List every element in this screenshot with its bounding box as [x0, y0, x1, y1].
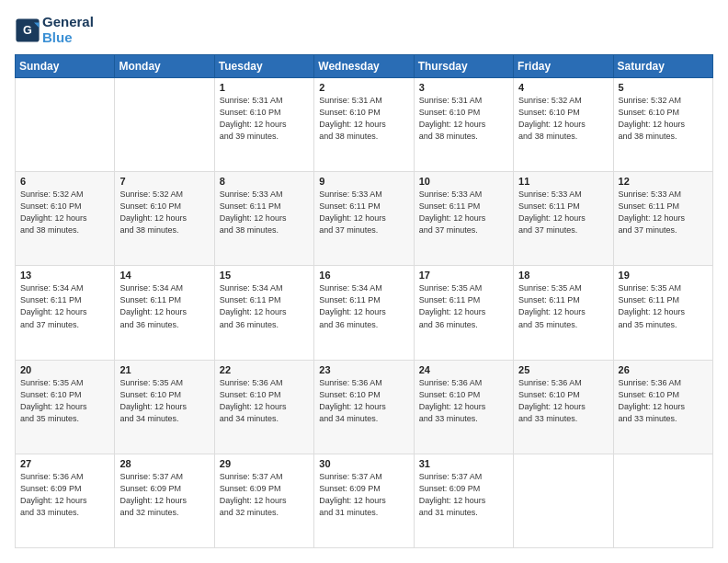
calendar-cell: 1Sunrise: 5:31 AM Sunset: 6:10 PM Daylig… — [214, 78, 313, 172]
calendar-cell — [613, 454, 712, 547]
col-header-sunday: Sunday — [16, 55, 115, 78]
day-number: 14 — [119, 270, 209, 281]
day-info: Sunrise: 5:36 AM Sunset: 6:10 PM Dayligh… — [319, 377, 408, 425]
day-number: 21 — [119, 364, 209, 375]
calendar-cell: 9Sunrise: 5:33 AM Sunset: 6:11 PM Daylig… — [314, 172, 414, 266]
calendar-week-row: 1Sunrise: 5:31 AM Sunset: 6:10 PM Daylig… — [16, 78, 713, 172]
col-header-saturday: Saturday — [613, 55, 712, 78]
day-number: 11 — [518, 176, 608, 187]
day-number: 30 — [319, 458, 408, 469]
calendar-cell: 30Sunrise: 5:37 AM Sunset: 6:09 PM Dayli… — [314, 454, 414, 547]
calendar-cell: 10Sunrise: 5:33 AM Sunset: 6:11 PM Dayli… — [414, 172, 513, 266]
day-info: Sunrise: 5:37 AM Sunset: 6:09 PM Dayligh… — [319, 471, 408, 519]
day-number: 9 — [319, 176, 408, 187]
calendar-cell: 13Sunrise: 5:34 AM Sunset: 6:11 PM Dayli… — [16, 266, 115, 360]
day-info: Sunrise: 5:35 AM Sunset: 6:10 PM Dayligh… — [119, 377, 209, 425]
day-number: 13 — [20, 270, 109, 281]
day-number: 4 — [518, 82, 608, 93]
calendar-cell: 17Sunrise: 5:35 AM Sunset: 6:11 PM Dayli… — [414, 266, 513, 360]
col-header-thursday: Thursday — [414, 55, 513, 78]
day-info: Sunrise: 5:36 AM Sunset: 6:10 PM Dayligh… — [419, 377, 508, 425]
calendar-cell: 16Sunrise: 5:34 AM Sunset: 6:11 PM Dayli… — [314, 266, 414, 360]
day-info: Sunrise: 5:35 AM Sunset: 6:10 PM Dayligh… — [20, 377, 109, 425]
calendar-cell: 11Sunrise: 5:33 AM Sunset: 6:11 PM Dayli… — [514, 172, 613, 266]
svg-text:G: G — [23, 24, 32, 37]
day-info: Sunrise: 5:33 AM Sunset: 6:11 PM Dayligh… — [419, 189, 508, 236]
day-number: 26 — [619, 364, 708, 375]
calendar-cell: 24Sunrise: 5:36 AM Sunset: 6:10 PM Dayli… — [414, 360, 513, 454]
calendar-cell: 5Sunrise: 5:32 AM Sunset: 6:10 PM Daylig… — [613, 78, 712, 172]
calendar-cell: 27Sunrise: 5:36 AM Sunset: 6:09 PM Dayli… — [16, 454, 115, 547]
col-header-friday: Friday — [514, 55, 613, 78]
logo-text: General Blue — [42, 15, 94, 45]
calendar-cell: 2Sunrise: 5:31 AM Sunset: 6:10 PM Daylig… — [314, 78, 414, 172]
day-number: 20 — [20, 364, 109, 375]
day-number: 27 — [20, 458, 109, 469]
day-info: Sunrise: 5:34 AM Sunset: 6:11 PM Dayligh… — [220, 282, 309, 330]
day-number: 5 — [619, 82, 708, 93]
calendar-cell: 20Sunrise: 5:35 AM Sunset: 6:10 PM Dayli… — [16, 360, 115, 454]
day-number: 19 — [619, 270, 708, 281]
calendar-cell: 8Sunrise: 5:33 AM Sunset: 6:11 PM Daylig… — [214, 172, 313, 266]
day-number: 25 — [518, 364, 608, 375]
calendar-table: SundayMondayTuesdayWednesdayThursdayFrid… — [15, 54, 713, 548]
calendar-cell — [16, 78, 115, 172]
calendar-cell: 12Sunrise: 5:33 AM Sunset: 6:11 PM Dayli… — [613, 172, 712, 266]
day-number: 29 — [220, 458, 309, 469]
calendar-cell: 28Sunrise: 5:37 AM Sunset: 6:09 PM Dayli… — [115, 454, 214, 547]
calendar-week-row: 13Sunrise: 5:34 AM Sunset: 6:11 PM Dayli… — [16, 266, 713, 360]
day-number: 17 — [419, 270, 508, 281]
day-number: 24 — [419, 364, 508, 375]
day-number: 3 — [419, 82, 508, 93]
day-info: Sunrise: 5:35 AM Sunset: 6:11 PM Dayligh… — [419, 282, 508, 330]
calendar-cell — [514, 454, 613, 547]
day-number: 8 — [220, 176, 309, 187]
day-number: 28 — [119, 458, 209, 469]
calendar-cell — [115, 78, 214, 172]
day-info: Sunrise: 5:32 AM Sunset: 6:10 PM Dayligh… — [518, 95, 608, 143]
calendar-week-row: 27Sunrise: 5:36 AM Sunset: 6:09 PM Dayli… — [16, 454, 713, 547]
logo-icon: G — [15, 17, 40, 43]
day-info: Sunrise: 5:37 AM Sunset: 6:09 PM Dayligh… — [419, 471, 508, 519]
day-info: Sunrise: 5:36 AM Sunset: 6:10 PM Dayligh… — [220, 377, 309, 425]
day-number: 6 — [20, 176, 109, 187]
calendar-cell: 26Sunrise: 5:36 AM Sunset: 6:10 PM Dayli… — [613, 360, 712, 454]
col-header-tuesday: Tuesday — [214, 55, 313, 78]
calendar-cell: 31Sunrise: 5:37 AM Sunset: 6:09 PM Dayli… — [414, 454, 513, 547]
day-info: Sunrise: 5:36 AM Sunset: 6:10 PM Dayligh… — [518, 377, 608, 425]
header: G General Blue — [15, 15, 713, 45]
logo: G General Blue — [15, 15, 94, 45]
calendar-cell: 18Sunrise: 5:35 AM Sunset: 6:11 PM Dayli… — [514, 266, 613, 360]
day-info: Sunrise: 5:33 AM Sunset: 6:11 PM Dayligh… — [619, 189, 708, 236]
calendar-page: G General Blue SundayMondayTuesdayWednes… — [0, 0, 728, 563]
day-number: 15 — [220, 270, 309, 281]
day-number: 31 — [419, 458, 508, 469]
day-info: Sunrise: 5:32 AM Sunset: 6:10 PM Dayligh… — [119, 189, 209, 236]
day-number: 1 — [220, 82, 309, 93]
col-header-monday: Monday — [115, 55, 214, 78]
calendar-cell: 21Sunrise: 5:35 AM Sunset: 6:10 PM Dayli… — [115, 360, 214, 454]
day-info: Sunrise: 5:35 AM Sunset: 6:11 PM Dayligh… — [619, 282, 708, 330]
day-info: Sunrise: 5:36 AM Sunset: 6:09 PM Dayligh… — [20, 471, 109, 519]
calendar-cell: 3Sunrise: 5:31 AM Sunset: 6:10 PM Daylig… — [414, 78, 513, 172]
calendar-week-row: 20Sunrise: 5:35 AM Sunset: 6:10 PM Dayli… — [16, 360, 713, 454]
calendar-cell: 14Sunrise: 5:34 AM Sunset: 6:11 PM Dayli… — [115, 266, 214, 360]
day-info: Sunrise: 5:37 AM Sunset: 6:09 PM Dayligh… — [119, 471, 209, 519]
calendar-cell: 4Sunrise: 5:32 AM Sunset: 6:10 PM Daylig… — [514, 78, 613, 172]
day-info: Sunrise: 5:31 AM Sunset: 6:10 PM Dayligh… — [319, 95, 408, 143]
day-number: 12 — [619, 176, 708, 187]
day-info: Sunrise: 5:34 AM Sunset: 6:11 PM Dayligh… — [119, 282, 209, 330]
calendar-cell: 7Sunrise: 5:32 AM Sunset: 6:10 PM Daylig… — [115, 172, 214, 266]
day-info: Sunrise: 5:32 AM Sunset: 6:10 PM Dayligh… — [20, 189, 109, 236]
day-info: Sunrise: 5:33 AM Sunset: 6:11 PM Dayligh… — [220, 189, 309, 236]
day-number: 22 — [220, 364, 309, 375]
day-info: Sunrise: 5:35 AM Sunset: 6:11 PM Dayligh… — [518, 282, 608, 330]
day-info: Sunrise: 5:33 AM Sunset: 6:11 PM Dayligh… — [518, 189, 608, 236]
col-header-wednesday: Wednesday — [314, 55, 414, 78]
day-info: Sunrise: 5:37 AM Sunset: 6:09 PM Dayligh… — [220, 471, 309, 519]
day-number: 10 — [419, 176, 508, 187]
day-number: 18 — [518, 270, 608, 281]
calendar-cell: 23Sunrise: 5:36 AM Sunset: 6:10 PM Dayli… — [314, 360, 414, 454]
day-number: 2 — [319, 82, 408, 93]
calendar-cell: 22Sunrise: 5:36 AM Sunset: 6:10 PM Dayli… — [214, 360, 313, 454]
